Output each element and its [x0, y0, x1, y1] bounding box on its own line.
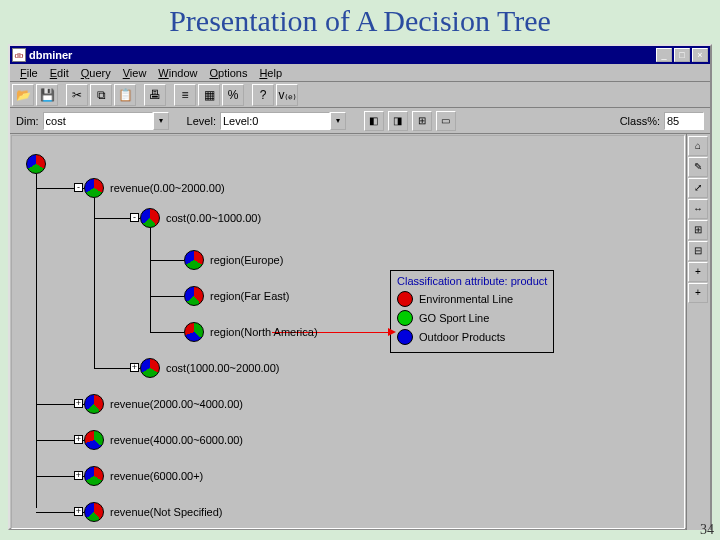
tree-canvas[interactable]: Classification attribute: product Enviro…	[11, 135, 685, 529]
print-icon[interactable]: 🖶	[144, 84, 166, 106]
tree-connector	[150, 228, 151, 332]
expand-icon[interactable]: +	[74, 435, 83, 444]
legend-label-0: Environmental Line	[419, 293, 513, 305]
toolbar: 📂 💾 ✂ ⧉ 📋 🖶 ≡ ▦ % ? v₍ₑ₎	[10, 82, 710, 108]
legend-item-1: GO Sport Line	[397, 310, 547, 326]
tree-connector	[94, 198, 95, 368]
view-grid-icon[interactable]: ▦	[198, 84, 220, 106]
expand-icon[interactable]: +	[130, 363, 139, 372]
param-btn-b[interactable]: ◨	[388, 111, 408, 131]
legend-item-0: Environmental Line	[397, 291, 547, 307]
level-combo[interactable]	[220, 112, 330, 130]
collapse-icon[interactable]: -	[130, 213, 139, 222]
chart-icon[interactable]: %	[222, 84, 244, 106]
tree-connector	[150, 260, 184, 261]
tree-node-rev2[interactable]: revenue(2000.00~4000.00)	[84, 394, 243, 414]
level-label: Level:	[187, 115, 216, 127]
view3-icon[interactable]: v₍ₑ₎	[276, 84, 298, 106]
expand-icon[interactable]: +	[74, 471, 83, 480]
side-tool-6[interactable]: +	[688, 262, 708, 282]
tree-node-fe[interactable]: region(Far East)	[184, 286, 289, 306]
node-label: cost(1000.00~2000.00)	[166, 362, 279, 374]
tree-node-na[interactable]: region(North America)	[184, 322, 318, 342]
pie-chart-icon	[84, 466, 104, 486]
pie-chart-icon	[84, 394, 104, 414]
dim-label: Dim:	[16, 115, 39, 127]
class-label: Class%:	[620, 115, 660, 127]
class-input[interactable]	[664, 112, 704, 130]
cut-icon[interactable]: ✂	[66, 84, 88, 106]
dim-combo-dropdown[interactable]: ▾	[153, 112, 169, 130]
tree-node-root[interactable]	[26, 154, 46, 174]
legend-label-2: Outdoor Products	[419, 331, 505, 343]
menu-options[interactable]: Options	[203, 67, 253, 79]
side-tool-0[interactable]: ⌂	[688, 136, 708, 156]
node-label: region(Far East)	[210, 290, 289, 302]
node-label: revenue(0.00~2000.00)	[110, 182, 225, 194]
menu-edit[interactable]: Edit	[44, 67, 75, 79]
menu-view[interactable]: View	[117, 67, 153, 79]
menu-file[interactable]: File	[14, 67, 44, 79]
menu-bar: File Edit Query View Window Options Help	[10, 64, 710, 82]
node-label: revenue(2000.00~4000.00)	[110, 398, 243, 410]
expand-icon[interactable]: +	[74, 399, 83, 408]
legend-swatch-red	[397, 291, 413, 307]
node-label: revenue(6000.00+)	[110, 470, 203, 482]
node-label: revenue(Not Specified)	[110, 506, 223, 518]
help-icon[interactable]: ?	[252, 84, 274, 106]
param-btn-d[interactable]: ▭	[436, 111, 456, 131]
side-toolbar: ⌂✎⤢↔⊞⊟++	[686, 134, 710, 530]
paste-icon[interactable]: 📋	[114, 84, 136, 106]
legend-swatch-green	[397, 310, 413, 326]
collapse-icon[interactable]: -	[74, 183, 83, 192]
title-bar: db dbminer _ □ ×	[10, 46, 710, 64]
slide-title: Presentation of A Decision Tree	[0, 0, 720, 44]
view-list-icon[interactable]: ≡	[174, 84, 196, 106]
param-btn-a[interactable]: ◧	[364, 111, 384, 131]
maximize-button[interactable]: □	[674, 48, 690, 62]
param-bar: Dim: ▾ Level: ▾ ◧ ◨ ⊞ ▭ Class%:	[10, 108, 710, 134]
side-tool-3[interactable]: ↔	[688, 199, 708, 219]
tree-node-revns[interactable]: revenue(Not Specified)	[84, 502, 223, 522]
side-tool-4[interactable]: ⊞	[688, 220, 708, 240]
tree-node-rev6[interactable]: revenue(6000.00+)	[84, 466, 203, 486]
side-tool-5[interactable]: ⊟	[688, 241, 708, 261]
tree-connector	[150, 296, 184, 297]
app-icon: db	[12, 48, 26, 62]
close-button[interactable]: ×	[692, 48, 708, 62]
dim-combo[interactable]	[43, 112, 153, 130]
copy-icon[interactable]: ⧉	[90, 84, 112, 106]
side-tool-1[interactable]: ✎	[688, 157, 708, 177]
pie-chart-icon	[184, 322, 204, 342]
tree-connector	[150, 332, 184, 333]
pie-chart-icon	[140, 358, 160, 378]
tree-node-rev4[interactable]: revenue(4000.00~6000.00)	[84, 430, 243, 450]
pie-chart-icon	[184, 250, 204, 270]
tree-node-cost1[interactable]: cost(1000.00~2000.00)	[140, 358, 279, 378]
menu-query[interactable]: Query	[75, 67, 117, 79]
open-icon[interactable]: 📂	[12, 84, 34, 106]
tree-node-cost0[interactable]: cost(0.00~1000.00)	[140, 208, 261, 228]
param-btn-c[interactable]: ⊞	[412, 111, 432, 131]
menu-help[interactable]: Help	[253, 67, 288, 79]
page-number: 34	[700, 522, 714, 538]
tree-node-rev0[interactable]: revenue(0.00~2000.00)	[84, 178, 225, 198]
expand-icon[interactable]: +	[74, 507, 83, 516]
legend-item-2: Outdoor Products	[397, 329, 547, 345]
minimize-button[interactable]: _	[656, 48, 672, 62]
pie-chart-icon	[84, 430, 104, 450]
arrow-head-icon	[388, 328, 396, 336]
legend-swatch-blue	[397, 329, 413, 345]
legend-box: Classification attribute: product Enviro…	[390, 270, 554, 353]
menu-window[interactable]: Window	[152, 67, 203, 79]
side-tool-7[interactable]: +	[688, 283, 708, 303]
level-combo-dropdown[interactable]: ▾	[330, 112, 346, 130]
legend-label-1: GO Sport Line	[419, 312, 489, 324]
tree-node-eu[interactable]: region(Europe)	[184, 250, 283, 270]
pie-chart-icon	[26, 154, 46, 174]
legend-title: Classification attribute: product	[397, 275, 547, 287]
save-icon[interactable]: 💾	[36, 84, 58, 106]
main-area: Classification attribute: product Enviro…	[10, 134, 710, 530]
app-window: db dbminer _ □ × File Edit Query View Wi…	[8, 44, 712, 530]
side-tool-2[interactable]: ⤢	[688, 178, 708, 198]
